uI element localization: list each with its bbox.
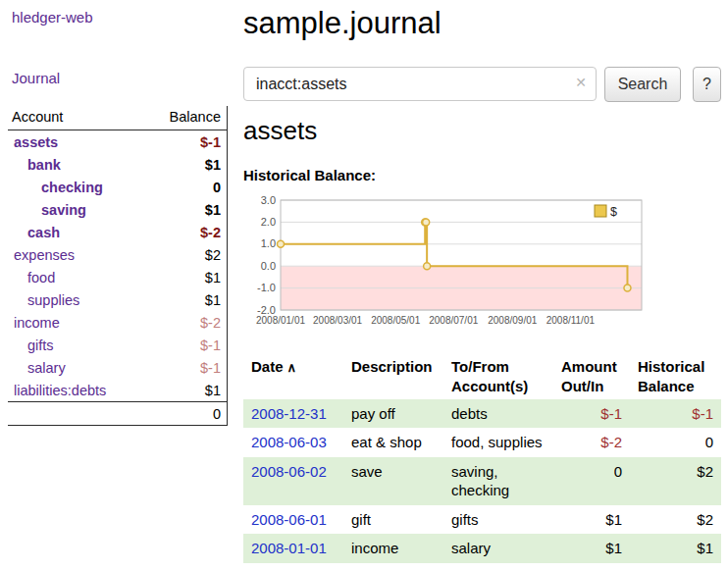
account-link[interactable]: liabilities:debts (8, 383, 106, 398)
transaction-date-link[interactable]: 2008-01-01 (251, 540, 327, 556)
account-row: liabilities:debts$1 (8, 379, 227, 401)
accounts-header-balance: Balance (170, 109, 221, 125)
search-bar: ✕ Search ? (243, 67, 721, 102)
search-button[interactable]: Search (604, 67, 681, 102)
account-link[interactable]: bank (8, 157, 61, 173)
brand-link[interactable]: hledger-web (12, 9, 93, 26)
chart-xtick-label: 2008/07/01 (429, 315, 478, 326)
legend-series-label: $ (610, 205, 617, 219)
account-link[interactable]: saving (8, 202, 86, 218)
transaction-date-link[interactable]: 2008-12-31 (251, 405, 327, 422)
nav-journal-link[interactable]: Journal (12, 70, 60, 86)
transaction-description: gift (343, 505, 443, 535)
transaction-date-cell: 2008-12-31 (243, 399, 343, 429)
account-balance: $-1 (200, 360, 221, 376)
account-balance: $2 (205, 247, 221, 263)
chart-ytick-label: 2.0 (261, 216, 276, 228)
transaction-date-cell: 2008-06-03 (243, 428, 343, 457)
chart-ytick-label: 1.0 (261, 237, 276, 249)
register-header-date-label: Date (251, 358, 284, 375)
chart-xtick-label: 2008/05/01 (371, 315, 420, 326)
account-row: checking0 (8, 176, 227, 198)
register-row: 2008-06-01giftgifts$1$2 (243, 505, 721, 535)
register-header: Date∧ Description To/From Account(s) Amo… (243, 355, 721, 399)
account-balance: $1 (205, 292, 221, 308)
account-row: cash$-2 (8, 221, 227, 243)
sort-ascending-icon: ∧ (287, 360, 297, 375)
register-header-account: To/From Account(s) (443, 355, 553, 399)
chart-data-marker (624, 285, 631, 291)
chart-label: Historical Balance: (243, 167, 376, 183)
transaction-date-link[interactable]: 2008-06-02 (251, 463, 327, 480)
page-title: sample.journal (243, 6, 442, 41)
transaction-description: save (343, 457, 443, 505)
account-link[interactable]: income (8, 315, 60, 331)
transaction-balance: $1 (630, 534, 721, 563)
transaction-balance: $2 (630, 457, 721, 505)
register-row: 2008-06-03eat & shopfood, supplies$-20 (243, 428, 721, 457)
transaction-description: pay off (343, 399, 443, 429)
transaction-date-link[interactable]: 2008-06-03 (251, 434, 327, 450)
account-row: income$-2 (8, 311, 227, 334)
transaction-amount: 0 (553, 457, 630, 505)
chart-xtick-label: 2008/03/01 (313, 315, 362, 326)
help-button[interactable]: ? (693, 67, 721, 102)
account-balance: 0 (213, 180, 221, 195)
account-balance: $-2 (200, 225, 221, 240)
register-header-row: Date∧ Description To/From Account(s) Amo… (243, 355, 721, 399)
account-balance: $-2 (200, 315, 221, 331)
chart-xtick-label: 2008/09/01 (488, 315, 537, 326)
transaction-date-cell: 2008-06-01 (243, 505, 343, 535)
transaction-date-cell: 2008-01-01 (243, 534, 343, 563)
account-link[interactable]: checking (8, 180, 103, 195)
register-row: 2008-01-01incomesalary$1$1 (243, 534, 721, 563)
transaction-description: income (343, 534, 443, 563)
account-balance: $-1 (200, 134, 221, 150)
account-balance: $1 (205, 202, 221, 218)
account-link[interactable]: salary (8, 360, 66, 376)
account-link[interactable]: food (8, 270, 55, 286)
transaction-balance: 0 (630, 428, 721, 457)
chart-ytick-label: -2.0 (257, 304, 276, 316)
transaction-amount: $1 (553, 505, 630, 535)
sidebar: hledger-web Journal Account Balance asse… (0, 0, 235, 571)
historical-balance-chart: 3.02.01.00.0-1.0-2.02008/01/012008/03/01… (243, 192, 655, 332)
register-row: 2008-06-02savesaving, checking0$2 (243, 457, 721, 505)
chart-ytick-label: 3.0 (261, 194, 276, 206)
accounts-total-value: 0 (213, 406, 221, 422)
register-header-date[interactable]: Date∧ (243, 355, 343, 399)
transaction-balance: $2 (630, 505, 721, 535)
search-box: ✕ (243, 67, 597, 101)
transaction-accounts: food, supplies (443, 428, 553, 457)
accounts-panel: Account Balance assets$-1bank$1checking0… (8, 106, 228, 426)
accounts-rows: assets$-1bank$1checking0saving$1cash$-2e… (8, 130, 227, 401)
register-row: 2008-12-31pay offdebts$-1$-1 (243, 399, 721, 429)
account-link[interactable]: gifts (8, 337, 54, 353)
account-row: supplies$1 (8, 288, 227, 311)
chart-ytick-label: 0.0 (261, 260, 276, 272)
transaction-accounts: debts (443, 399, 553, 429)
account-row: gifts$-1 (8, 334, 227, 356)
account-link[interactable]: assets (8, 134, 58, 150)
chart-data-marker (278, 240, 285, 247)
account-link[interactable]: expenses (8, 247, 75, 263)
account-row: assets$-1 (8, 130, 227, 153)
transaction-accounts: salary (443, 534, 553, 563)
chart-xtick-label: 2008/11/01 (546, 315, 596, 326)
register-body: 2008-12-31pay offdebts$-1$-12008-06-03ea… (243, 399, 721, 563)
transaction-date-link[interactable]: 2008-06-01 (251, 511, 327, 528)
account-link[interactable]: supplies (8, 292, 79, 308)
search-input[interactable] (243, 67, 597, 101)
chart-ytick-label: -1.0 (257, 282, 276, 293)
account-row: expenses$2 (8, 243, 227, 266)
account-row: salary$-1 (8, 356, 227, 379)
account-link[interactable]: cash (8, 225, 60, 240)
accounts-header-account: Account (12, 109, 63, 125)
transaction-amount: $-1 (553, 399, 630, 429)
clear-search-icon[interactable]: ✕ (575, 76, 587, 89)
transaction-date-cell: 2008-06-02 (243, 457, 343, 505)
account-balance: $1 (205, 157, 221, 173)
register-table: Date∧ Description To/From Account(s) Amo… (243, 355, 721, 563)
balance-chart-svg: 3.02.01.00.0-1.0-2.02008/01/012008/03/01… (243, 192, 655, 332)
chart-data-marker (423, 219, 430, 226)
